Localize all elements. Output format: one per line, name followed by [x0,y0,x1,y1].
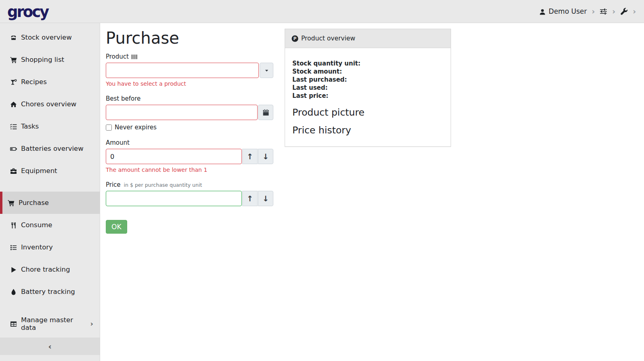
grocy-logo: grocy [7,4,48,19]
user-icon [539,8,546,15]
sidebar-item-purchase[interactable]: Purchase [0,192,100,214]
stock-quantity-unit-label: Stock quantity unit: [292,59,443,68]
sidebar-item-label: Inventory [21,243,53,251]
best-before-label: Best before [106,95,141,102]
calendar-button[interactable] [258,105,273,120]
product-overview-title: Product overview [301,35,355,42]
toolbox-icon [9,167,17,175]
calendar-icon [262,109,269,116]
amount-increment-button[interactable]: ↑ [242,149,258,164]
arrow-up-icon: ↑ [247,152,253,161]
home-icon [9,100,17,108]
price-increment-button[interactable]: ↑ [242,191,258,206]
last-used-label: Last used: [292,84,443,92]
caret-down-icon [264,67,270,74]
sidebar-item-label: Battery tracking [21,288,75,296]
sidebar-item-stock-overview[interactable]: Stock overview [0,26,100,49]
sidebar-item-label: Tasks [21,122,39,130]
sidebar-item-label: Stock overview [21,34,72,41]
product-overview-header: P Product overview [285,29,451,48]
sidebar-item-recipes[interactable]: Recipes [0,71,100,93]
main-content: Purchase Product You have to select a pr… [101,23,644,361]
product-circle-icon: P [292,35,298,42]
tasks-icon [9,122,17,130]
price-label: Price [106,181,121,188]
product-dropdown-button[interactable] [260,63,273,78]
never-expires-label: Never expires [115,124,157,131]
sliders-icon [600,7,607,15]
purchase-form: Purchase Product You have to select a pr… [106,29,273,234]
barcode-icon[interactable] [131,53,137,60]
sidebar-item-chores-overview[interactable]: Chores overview [0,93,100,115]
ok-button[interactable]: OK [106,220,127,234]
arrow-down-icon: ↓ [262,194,269,203]
settings-menu[interactable] [600,7,607,15]
cart-icon [7,199,15,207]
sidebar-item-label: Purchase [19,199,49,207]
utensils-icon [9,221,17,229]
best-before-input[interactable] [106,105,258,120]
last-purchased-label: Last purchased: [292,76,443,84]
sidebar: Stock overview Shopping list Recipes Cho… [0,23,100,361]
sidebar-item-manage-master-data[interactable]: Manage master data › [0,312,100,335]
sidebar-item-chore-tracking[interactable]: Chore tracking [0,258,100,281]
sidebar-item-label: Chore tracking [21,266,70,273]
sidebar-item-inventory[interactable]: Inventory [0,236,100,258]
admin-menu-chevron-icon[interactable]: › [632,8,637,15]
sidebar-item-equipment[interactable]: Equipment [0,160,100,182]
drop-icon [9,288,17,296]
amount-input[interactable] [106,149,242,164]
price-history-heading: Price history [292,125,443,136]
product-input[interactable] [106,63,259,78]
battery-icon [9,145,17,152]
last-price-label: Last price: [292,92,443,100]
amount-label: Amount [106,139,130,146]
sidebar-item-battery-tracking[interactable]: Battery tracking [0,281,100,303]
sidebar-item-consume[interactable]: Consume [0,214,100,236]
cocktail-icon [9,78,17,86]
top-header: grocy Demo User › › › [0,0,644,23]
never-expires-row[interactable]: Never expires [106,124,273,131]
price-input[interactable] [106,191,242,206]
stock-amount-label: Stock amount: [292,68,443,76]
sidebar-item-label: Shopping list [21,56,64,63]
svg-text:P: P [294,36,297,41]
product-overview-body: Stock quantity unit: Stock amount: Last … [285,48,451,146]
user-menu[interactable]: Demo User [539,7,587,15]
page-title: Purchase [106,29,273,47]
sidebar-item-label: Batteries overview [21,145,84,152]
settings-menu-chevron-icon[interactable]: › [611,8,616,15]
table-icon [9,320,17,327]
arrow-down-icon: ↓ [262,152,269,161]
user-menu-chevron-icon[interactable]: › [591,8,596,15]
product-error-text: You have to select a product [106,80,273,87]
admin-menu[interactable] [620,7,628,15]
product-overview-card: P Product overview Stock quantity unit: … [285,29,451,147]
arrow-up-icon: ↑ [247,194,253,203]
play-icon [9,266,17,273]
price-hint: in $ per purchase quantity unit [124,182,202,188]
sidebar-item-label: Consume [21,221,52,229]
never-expires-checkbox[interactable] [106,125,112,131]
collapse-chevron-icon: ‹ [48,342,51,351]
cart-icon [9,56,17,63]
product-picture-heading: Product picture [292,107,443,118]
sidebar-item-batteries-overview[interactable]: Batteries overview [0,137,100,160]
list-icon [9,243,17,251]
sidebar-item-label: Recipes [21,78,47,86]
sidebar-item-label: Equipment [21,167,57,175]
amount-decrement-button[interactable]: ↓ [258,149,273,164]
sidebar-item-label: Chores overview [21,100,76,108]
product-label: Product [106,53,129,60]
user-menu-label: Demo User [549,7,587,15]
price-decrement-button[interactable]: ↓ [258,191,273,206]
sidebar-collapse-button[interactable]: ‹ [0,338,100,355]
sidebar-item-shopping-list[interactable]: Shopping list [0,49,100,71]
sidebar-item-tasks[interactable]: Tasks [0,115,100,137]
submenu-chevron-icon: › [90,319,93,328]
sidebar-item-label: Manage master data [21,316,87,331]
wrench-icon [620,7,628,15]
amount-error-text: The amount cannot be lower than 1 [106,167,273,173]
box-icon [9,34,17,41]
